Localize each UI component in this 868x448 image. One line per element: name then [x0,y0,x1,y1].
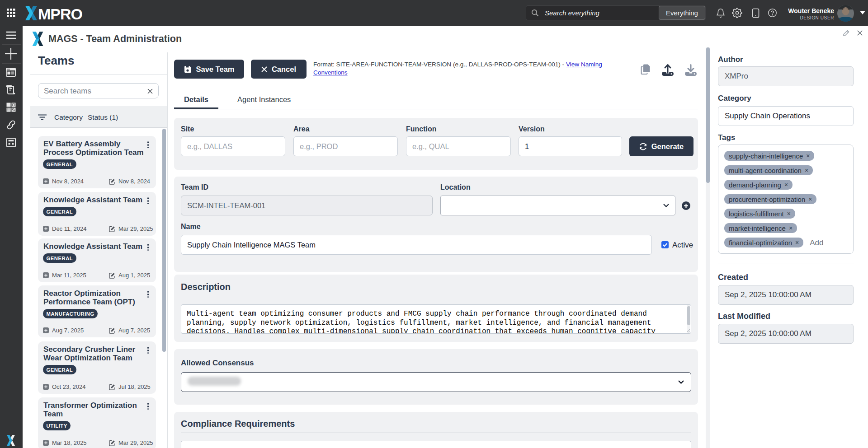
svg-text:MPRO: MPRO [38,5,83,22]
